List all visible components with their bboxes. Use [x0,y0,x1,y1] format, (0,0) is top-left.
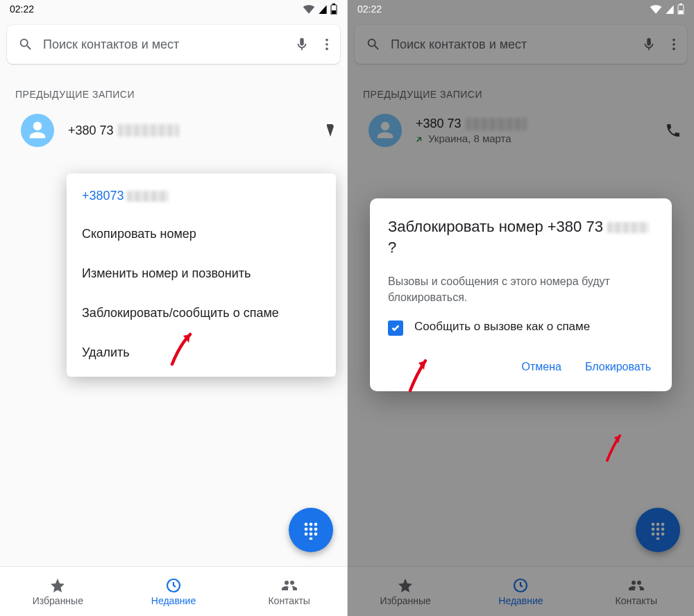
status-time: 02:22 [10,3,34,15]
dialpad-fab[interactable] [289,508,333,552]
section-header: ПРЕДЫДУЩИЕ ЗАПИСИ [0,69,347,108]
svg-point-10 [305,528,308,531]
status-icons [303,3,337,15]
signal-icon [318,4,328,14]
phone-right: 02:22 Поиск контактов и мест ПРЕДЫДУЩИЕ … [347,0,694,616]
svg-rect-20 [679,10,683,14]
svg-point-13 [305,533,308,536]
svg-point-4 [325,43,328,46]
call-number-prefix: +380 73 [68,123,114,138]
battery-icon [330,3,337,15]
svg-point-14 [310,533,313,536]
svg-rect-1 [332,3,335,5]
mic-icon[interactable] [294,37,310,52]
cancel-button[interactable]: Отмена [519,354,564,380]
block-dialog: Заблокировать номер +380 73 ? Вызовы и с… [370,198,672,391]
svg-point-16 [310,538,313,540]
battery-icon [677,3,684,15]
svg-point-7 [305,523,308,527]
search-placeholder: Поиск контактов и мест [43,37,285,52]
svg-rect-19 [679,3,682,5]
dialog-body: Вызовы и сообщения с этого номера будут … [388,274,654,305]
search-icon [18,37,33,52]
search-bar[interactable]: Поиск контактов и мест [7,25,340,64]
context-copy[interactable]: Скопировать номер [67,214,336,254]
dialog-title: Заблокировать номер +380 73 ? [388,216,654,257]
svg-point-8 [310,523,313,527]
context-edit[interactable]: Изменить номер и позвонить [67,254,336,293]
status-time: 02:22 [357,3,382,15]
spam-checkbox-row[interactable]: Сообщить о вызове как о спаме [388,319,654,336]
svg-point-5 [325,48,328,51]
avatar [21,114,54,147]
svg-rect-2 [332,10,336,14]
phone-left: 02:22 Поиск контактов и мест ПРЕДЫДУЩИЕ … [0,0,347,616]
context-number-link[interactable]: +38073 [67,183,336,214]
svg-point-12 [314,528,318,531]
confirm-button[interactable]: Блокировать [582,354,654,380]
tab-recent[interactable]: Недавние [116,567,232,616]
call-action-icon[interactable] [326,124,335,137]
wifi-icon [650,4,662,14]
redacted [127,191,169,202]
tab-contacts[interactable]: Контакты [231,567,347,616]
checkbox-label: Сообщить о вызове как о спаме [414,319,590,335]
svg-point-15 [314,533,318,536]
context-menu: +38073 Скопировать номер Изменить номер … [67,173,336,377]
bottom-tabs: Избранные Недавние Контакты [0,566,347,616]
redacted [607,222,649,233]
signal-icon [665,4,675,14]
status-bar: 02:22 [348,0,694,18]
dialog-actions: Отмена Блокировать [388,354,654,380]
svg-point-11 [310,528,313,531]
status-bar: 02:22 [0,0,347,18]
redacted [118,124,179,137]
tab-favorites[interactable]: Избранные [0,567,116,616]
call-entry[interactable]: +380 73 [0,108,347,153]
status-icons [650,3,684,15]
checkbox-icon[interactable] [388,320,403,336]
wifi-icon [303,4,315,14]
svg-point-3 [325,39,328,42]
context-delete[interactable]: Удалить [67,333,336,373]
call-info: +380 73 [68,123,312,138]
overflow-icon[interactable] [319,37,335,52]
svg-point-9 [314,523,318,527]
context-block[interactable]: Заблокировать/сообщить о спаме [67,293,336,333]
